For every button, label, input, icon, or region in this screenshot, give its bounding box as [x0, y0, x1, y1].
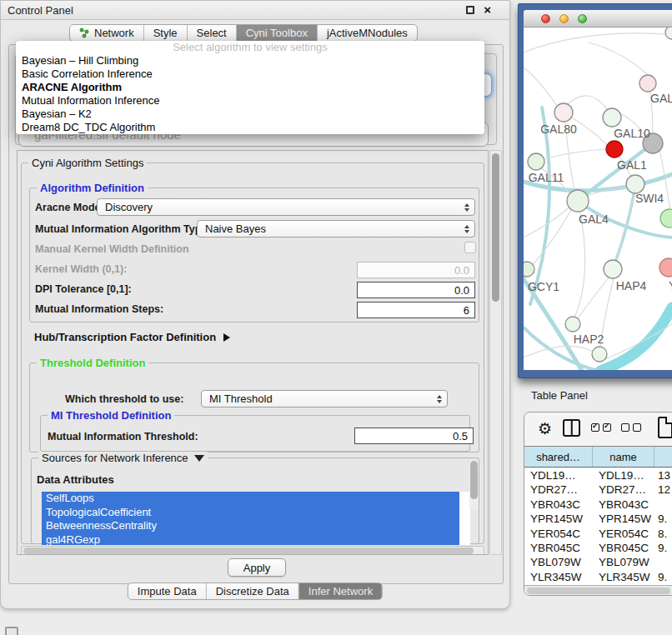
network-node[interactable] — [660, 209, 672, 228]
network-canvas[interactable]: GALGAL80GAL10GAL1GAL11SWI4GAL4GCY1HAP4YH… — [524, 28, 672, 370]
network-node[interactable] — [554, 103, 573, 122]
network-node[interactable] — [592, 347, 607, 362]
horizontal-scrollbar[interactable] — [21, 546, 484, 555]
manual-kernel-checkbox[interactable] — [464, 242, 476, 253]
table-panel-window: ⚙ shared…name YDL19…YDL19…13YDR27…YDR27…… — [524, 412, 672, 596]
table-cell: 13 — [654, 468, 672, 482]
close-icon[interactable]: × — [484, 2, 491, 17]
hub-definition-expander[interactable]: Hub/Transcription Factor Definition — [34, 331, 230, 343]
table-row[interactable]: YDR27…YDR27…12 — [524, 482, 672, 497]
apply-button[interactable]: Apply — [228, 558, 286, 577]
network-edge[interactable] — [524, 68, 557, 106]
network-node[interactable] — [606, 141, 623, 158]
network-node[interactable] — [603, 108, 621, 127]
scrollbar-thumb[interactable] — [492, 153, 499, 302]
network-edge[interactable] — [574, 212, 585, 318]
mi-type-label: Mutual Information Algorithm Type: — [35, 223, 210, 235]
table-row[interactable]: YBR043CYBR043C — [524, 498, 672, 512]
tab-style[interactable]: Style — [143, 25, 187, 41]
network-edge[interactable] — [578, 277, 609, 318]
table-row[interactable]: YLR345WYLR345W9. — [524, 570, 672, 584]
columns-icon[interactable] — [563, 419, 580, 437]
mi-steps-field[interactable]: 6 — [357, 302, 475, 318]
table-cell: YLR345W — [524, 570, 593, 584]
attribute-item[interactable]: BetweennessCentrality — [42, 519, 459, 533]
network-node[interactable] — [626, 175, 644, 193]
scrollbar-thumb[interactable] — [527, 588, 670, 594]
table-row[interactable]: YDL19…YDL19…13 — [524, 468, 672, 482]
deselect-all-columns-icon[interactable] — [621, 423, 641, 432]
table-horizontal-scrollbar[interactable] — [524, 585, 672, 596]
network-node[interactable] — [665, 28, 672, 39]
minimize-traffic-light-icon[interactable] — [559, 14, 569, 23]
combo-value: Naive Bayes — [205, 222, 266, 235]
zoom-traffic-light-icon[interactable] — [578, 14, 587, 23]
aracne-mode-combo[interactable]: Discovery — [97, 198, 475, 216]
node-label: GAL4 — [579, 212, 609, 226]
table-row[interactable]: YER054CYER054C8. — [524, 527, 672, 541]
algorithm-option[interactable]: ARACNE Algorithm — [16, 81, 484, 94]
column-header[interactable]: name — [593, 447, 654, 467]
scrollbar-thumb[interactable] — [470, 461, 478, 499]
tab-cyni-toolbox[interactable]: Cyni Toolbox — [236, 25, 317, 41]
tab-impute-data[interactable]: Impute Data — [128, 583, 206, 599]
close-traffic-light-icon[interactable] — [541, 14, 550, 23]
column-header[interactable]: shared… — [524, 447, 593, 467]
sources-expander[interactable]: Sources for Network Inference — [38, 452, 208, 464]
vertical-scrollbar[interactable] — [489, 150, 502, 555]
table-row[interactable]: YBL079WYBL079W — [524, 555, 672, 569]
table-cell — [654, 498, 672, 512]
network-edge[interactable] — [567, 96, 608, 110]
attribute-item[interactable]: gal4RGexp — [42, 533, 459, 546]
kernel-width-field[interactable]: 0.0 — [357, 262, 475, 278]
algorithm-option[interactable]: Mutual Information Inference — [16, 94, 484, 108]
algorithm-option[interactable]: Dream8 DC_TDC Algorithm — [16, 121, 484, 134]
attributes-scrollbar[interactable] — [469, 459, 479, 510]
tab-network[interactable]: Network — [70, 25, 143, 41]
mi-algorithm-type-combo[interactable]: Naive Bayes — [197, 220, 475, 238]
network-node[interactable] — [565, 317, 580, 332]
gear-icon[interactable]: ⚙ — [538, 419, 552, 438]
network-view-window: GALGAL80GAL10GAL1GAL11SWI4GAL4GCY1HAP4YH… — [518, 3, 672, 378]
tab-discretize-data[interactable]: Discretize Data — [206, 583, 298, 599]
column-header[interactable] — [654, 447, 672, 467]
algorithm-option[interactable]: Bayesian – K2 — [16, 108, 484, 121]
select-all-columns-icon[interactable] — [591, 423, 611, 432]
which-threshold-combo[interactable]: MI Threshold — [201, 390, 448, 408]
table-cell: YBL079W — [593, 555, 654, 569]
network-edge[interactable] — [589, 42, 648, 75]
node-label: GAL11 — [529, 171, 564, 184]
attribute-item[interactable]: SelfLoops — [42, 492, 459, 506]
table-row[interactable]: YBR045CYBR045C9. — [524, 541, 672, 555]
tab-jactivemnodules[interactable]: jActiveMNodules — [317, 25, 417, 41]
attribute-item[interactable]: TopologicalCoefficient — [42, 506, 459, 520]
tab-infer-network[interactable]: Infer Network — [298, 583, 382, 599]
network-node[interactable] — [567, 190, 589, 212]
manual-kernel-label: Manual Kernel Width Definition — [35, 243, 189, 255]
tab-label: Style — [153, 27, 178, 39]
data-attributes-list[interactable]: SelfLoopsTopologicalCoefficientBetweenne… — [42, 492, 470, 545]
tab-select[interactable]: Select — [187, 25, 236, 41]
network-edge[interactable] — [600, 308, 672, 370]
scrollbar-thumb[interactable] — [23, 548, 474, 554]
network-window-titlebar[interactable] — [524, 10, 672, 28]
network-edge[interactable] — [530, 108, 549, 304]
network-edge[interactable] — [532, 210, 571, 266]
network-node[interactable] — [528, 153, 544, 170]
network-canvas-svg[interactable]: GALGAL80GAL10GAL1GAL11SWI4GAL4GCY1HAP4YH… — [524, 28, 672, 370]
algorithm-option[interactable]: Bayesian – Hill Climbing — [16, 54, 484, 68]
new-table-icon[interactable] — [658, 417, 672, 438]
collapsed-panel-icon[interactable] — [5, 627, 18, 635]
network-edge[interactable] — [544, 149, 606, 159]
network-node[interactable] — [659, 258, 672, 277]
table-row[interactable]: YPR145WYPR145W9. — [524, 512, 672, 526]
float-window-icon[interactable] — [466, 6, 474, 14]
node-label: GAL — [650, 92, 672, 105]
network-node[interactable] — [524, 262, 534, 277]
network-edge[interactable] — [524, 33, 665, 52]
mi-threshold-field[interactable]: 0.5 — [354, 428, 474, 444]
algorithm-option[interactable]: Basic Correlation Inference — [16, 68, 484, 81]
network-node[interactable] — [604, 260, 622, 278]
dpi-tolerance-field[interactable]: 0.0 — [357, 282, 475, 298]
network-node[interactable] — [639, 75, 656, 92]
